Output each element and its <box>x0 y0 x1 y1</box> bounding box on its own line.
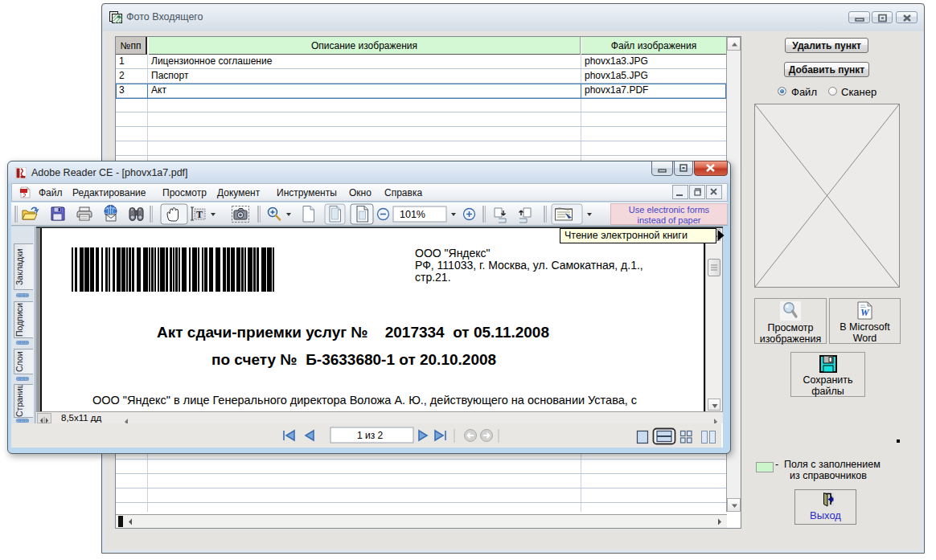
svg-text:T: T <box>196 209 203 220</box>
svg-text:1 из 2: 1 из 2 <box>357 430 384 441</box>
svg-text:101%: 101% <box>400 209 425 220</box>
svg-text:W: W <box>860 307 870 318</box>
